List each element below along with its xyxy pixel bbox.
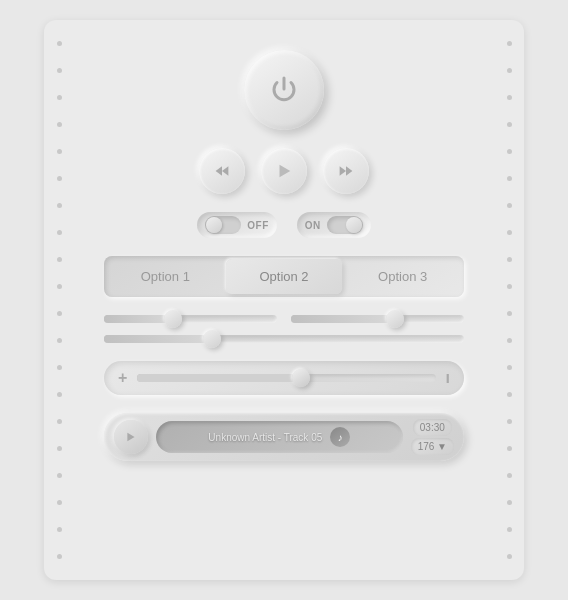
dot [57,527,62,532]
slider-1-thumb[interactable] [164,310,182,328]
option2-button[interactable]: Option 2 [226,259,343,294]
rewind-button[interactable] [199,148,245,194]
dot [507,338,512,343]
slider-1[interactable] [104,315,277,323]
play-button[interactable] [261,148,307,194]
dot [57,419,62,424]
svg-marker-1 [222,166,228,176]
dot [57,446,62,451]
rewind-icon [214,163,230,179]
player-time-block: 03:30 176 ▼ [411,419,454,455]
slider-3[interactable] [104,335,464,343]
dot [507,392,512,397]
volume-track[interactable] [137,374,435,382]
toggle-off-label: OFF [247,220,269,231]
dot [57,41,62,46]
dot [507,257,512,262]
dot [57,284,62,289]
slider-3-fill [104,335,212,343]
volume-fill [137,374,301,382]
dot [507,554,512,559]
dot [57,176,62,181]
sliders-section [104,315,464,343]
dot [507,149,512,154]
option3-button[interactable]: Option 3 [344,259,461,294]
dot [507,176,512,181]
svg-marker-5 [127,433,134,441]
volume-plus-icon[interactable]: ı [446,369,450,387]
slider-2-fill [291,315,395,323]
volume-thumb[interactable] [292,369,310,387]
dot [507,203,512,208]
toggle-on-track [327,216,363,234]
double-sliders-row [104,315,464,323]
main-panel: OFF ON Option 1 Option 2 Option 3 [44,20,524,580]
dot [507,95,512,100]
power-button[interactable] [244,50,324,130]
dot [57,149,62,154]
toggle-off-thumb [206,217,222,233]
dot [57,122,62,127]
player-time: 03:30 [413,419,452,436]
slider-2-thumb[interactable] [386,310,404,328]
dot [507,68,512,73]
dot [507,500,512,505]
dot [57,500,62,505]
dot [57,230,62,235]
media-controls [199,148,369,194]
slider-3-thumb[interactable] [203,330,221,348]
toggle-on-thumb [346,217,362,233]
toggle-on-label: ON [305,220,321,231]
dot [57,365,62,370]
dot [57,68,62,73]
dots-right [500,20,518,580]
dot [57,554,62,559]
dot [57,392,62,397]
dot [507,311,512,316]
dot [57,203,62,208]
slider-1-fill [104,315,173,323]
dot [507,41,512,46]
dot [507,419,512,424]
volume-row: + ı [104,361,464,395]
dot [57,311,62,316]
dot [507,122,512,127]
fastforward-button[interactable] [323,148,369,194]
toggle-on[interactable]: ON [297,212,371,238]
fastforward-icon [338,163,354,179]
player-track-area: Unknown Artist - Track 05 ♪ [156,421,403,453]
toggle-off-track [205,216,241,234]
slider-2[interactable] [291,315,464,323]
dot [507,365,512,370]
toggle-off[interactable]: OFF [197,212,277,238]
dot [57,338,62,343]
note-symbol: ♪ [338,432,343,443]
option1-button[interactable]: Option 1 [107,259,224,294]
options-row: Option 1 Option 2 Option 3 [104,256,464,297]
player-note-icon: ♪ [330,427,350,447]
svg-marker-4 [346,166,352,176]
player-count[interactable]: 176 ▼ [411,438,454,455]
player-track-name: Unknown Artist - Track 05 [208,432,322,443]
dot [507,230,512,235]
dot [507,446,512,451]
power-button-section [244,50,324,130]
dot [57,257,62,262]
player-play-button[interactable] [114,420,148,454]
dot [507,284,512,289]
dot [507,473,512,478]
play-icon [275,162,293,180]
power-icon [267,73,301,107]
svg-marker-2 [280,165,291,178]
player-bar: Unknown Artist - Track 05 ♪ 03:30 176 ▼ [104,413,464,461]
player-play-icon [125,431,137,443]
toggles-row: OFF ON [197,212,371,238]
dot [57,473,62,478]
volume-minus-icon[interactable]: + [118,369,127,387]
dots-left [50,20,68,580]
svg-marker-0 [216,166,222,176]
dot [57,95,62,100]
dot [507,527,512,532]
svg-marker-3 [340,166,346,176]
